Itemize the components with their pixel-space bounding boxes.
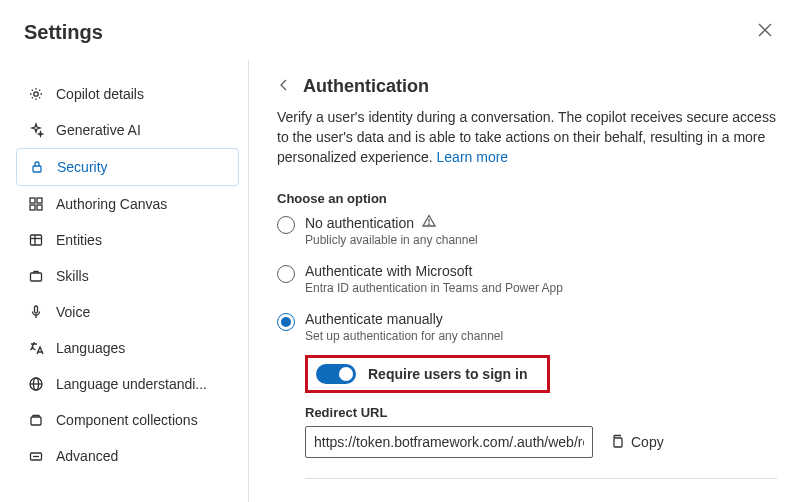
learn-more-link[interactable]: Learn more <box>437 149 509 165</box>
svg-rect-8 <box>31 235 42 245</box>
chevron-left-icon <box>277 78 291 95</box>
sidebar-item-label: Advanced <box>56 448 118 464</box>
svg-rect-12 <box>35 306 38 313</box>
globe-icon <box>28 376 44 392</box>
sparkle-icon <box>28 122 44 138</box>
back-row: Authentication <box>277 76 777 97</box>
svg-rect-4 <box>30 198 35 203</box>
manual-auth-section: Require users to sign in Redirect URL Co… <box>305 355 777 502</box>
entities-icon <box>28 232 44 248</box>
section-description: Verify a user's identity during a conver… <box>277 107 777 167</box>
radio-input[interactable] <box>277 313 295 331</box>
sidebar-item-authoring-canvas[interactable]: Authoring Canvas <box>16 186 239 222</box>
lock-icon <box>29 159 45 175</box>
require-signin-highlight: Require users to sign in <box>305 355 550 393</box>
svg-rect-7 <box>37 205 42 210</box>
description-text: Verify a user's identity during a conver… <box>277 109 776 165</box>
gear-icon <box>28 86 44 102</box>
warning-icon <box>422 215 436 231</box>
option-texts: No authentication Publicly available in … <box>305 214 478 247</box>
svg-rect-16 <box>31 417 41 425</box>
sidebar-item-security[interactable]: Security <box>16 148 239 186</box>
sidebar: Copilot details Generative AI Security A… <box>8 60 248 502</box>
sidebar-item-label: Language understandi... <box>56 376 207 392</box>
choose-option-label: Choose an option <box>277 191 777 206</box>
svg-rect-6 <box>30 205 35 210</box>
option-title: Authenticate with Microsoft <box>305 263 563 279</box>
option-subtitle: Set up authentication for any channel <box>305 329 503 343</box>
sidebar-item-skills[interactable]: Skills <box>16 258 239 294</box>
collections-icon <box>28 412 44 428</box>
sidebar-item-label: Voice <box>56 304 90 320</box>
advanced-icon <box>28 448 44 464</box>
svg-point-2 <box>34 92 38 96</box>
option-title: No authentication <box>305 214 478 231</box>
redirect-url-label: Redirect URL <box>305 405 777 420</box>
panel-body: Copilot details Generative AI Security A… <box>0 60 805 502</box>
section-title: Authentication <box>303 76 429 97</box>
sidebar-item-languages[interactable]: Languages <box>16 330 239 366</box>
svg-rect-22 <box>614 438 622 447</box>
copy-icon <box>609 433 625 452</box>
sidebar-item-label: Security <box>57 159 108 175</box>
grid-icon <box>28 196 44 212</box>
close-icon <box>758 23 772 41</box>
sidebar-item-label: Skills <box>56 268 89 284</box>
option-no-auth[interactable]: No authentication Publicly available in … <box>277 214 777 247</box>
briefcase-icon <box>28 268 44 284</box>
sidebar-item-copilot-details[interactable]: Copilot details <box>16 76 239 112</box>
voice-icon <box>28 304 44 320</box>
svg-rect-11 <box>31 273 42 281</box>
option-title: Authenticate manually <box>305 311 503 327</box>
sidebar-item-entities[interactable]: Entities <box>16 222 239 258</box>
auth-radio-group: No authentication Publicly available in … <box>277 214 777 343</box>
divider <box>305 478 777 479</box>
sidebar-item-generative-ai[interactable]: Generative AI <box>16 112 239 148</box>
copy-button-label: Copy <box>631 434 664 450</box>
option-texts: Authenticate manually Set up authenticat… <box>305 311 503 343</box>
option-subtitle: Entra ID authentication in Teams and Pow… <box>305 281 563 295</box>
option-title-text: No authentication <box>305 215 414 231</box>
require-signin-toggle[interactable] <box>316 364 356 384</box>
back-button[interactable] <box>277 78 291 95</box>
sidebar-item-advanced[interactable]: Advanced <box>16 438 239 474</box>
sidebar-item-label: Generative AI <box>56 122 141 138</box>
sidebar-item-label: Copilot details <box>56 86 144 102</box>
redirect-url-row: Copy <box>305 426 777 458</box>
svg-point-21 <box>428 224 429 225</box>
option-texts: Authenticate with Microsoft Entra ID aut… <box>305 263 563 295</box>
sidebar-item-label: Languages <box>56 340 125 356</box>
option-auth-manual[interactable]: Authenticate manually Set up authenticat… <box>277 311 777 343</box>
svg-rect-5 <box>37 198 42 203</box>
sidebar-item-language-understanding[interactable]: Language understandi... <box>16 366 239 402</box>
languages-icon <box>28 340 44 356</box>
option-auth-microsoft[interactable]: Authenticate with Microsoft Entra ID aut… <box>277 263 777 295</box>
sidebar-item-component-collections[interactable]: Component collections <box>16 402 239 438</box>
copy-button[interactable]: Copy <box>605 429 668 456</box>
option-subtitle: Publicly available in any channel <box>305 233 478 247</box>
radio-input[interactable] <box>277 265 295 283</box>
close-button[interactable] <box>749 16 781 48</box>
svg-rect-3 <box>33 166 41 172</box>
settings-panel: Settings Copilot details Generative AI S… <box>0 0 805 502</box>
sidebar-item-label: Authoring Canvas <box>56 196 167 212</box>
radio-input[interactable] <box>277 216 295 234</box>
require-signin-label: Require users to sign in <box>368 366 527 382</box>
sidebar-item-label: Component collections <box>56 412 198 428</box>
main-content: Authentication Verify a user's identity … <box>248 60 805 502</box>
sidebar-item-voice[interactable]: Voice <box>16 294 239 330</box>
sidebar-item-label: Entities <box>56 232 102 248</box>
page-title: Settings <box>24 21 103 44</box>
redirect-url-input[interactable] <box>305 426 593 458</box>
panel-header: Settings <box>0 0 805 60</box>
